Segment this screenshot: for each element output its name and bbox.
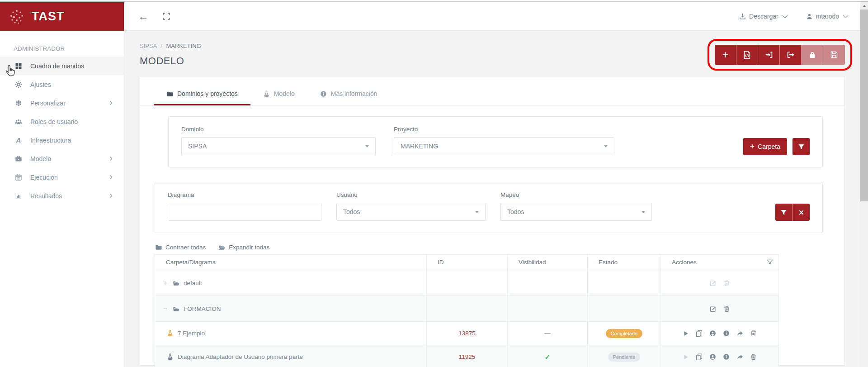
diagram-table: Carpeta/Diagrama ID Visibilidad Estado A… xyxy=(155,254,779,367)
col-header-visibilidad[interactable]: Visibilidad xyxy=(508,255,588,270)
folder-open-icon xyxy=(173,305,179,312)
copy-icon[interactable] xyxy=(696,330,703,337)
tab-dominios-y-proyectos[interactable]: Dominios y proyectos xyxy=(154,86,250,105)
table-row: 7 Ejemplo 13875 — Completado xyxy=(155,322,779,345)
diagrama-input[interactable] xyxy=(168,203,321,221)
dominio-label: Dominio xyxy=(181,126,376,133)
dominio-select[interactable]: SIPSA xyxy=(181,137,376,155)
mapeo-select[interactable]: Todos xyxy=(500,203,652,221)
sidebar-item-cuadro-de-mandos[interactable]: Cuadro de mandos xyxy=(0,57,124,75)
sidebar-item-modelo[interactable]: Modelo xyxy=(0,149,124,168)
expand-all-link[interactable]: Expandir todas xyxy=(218,244,269,251)
col-header-acciones[interactable]: Acciones xyxy=(661,255,779,270)
chart-icon xyxy=(15,192,22,200)
sidebar-item-resultados[interactable]: Resultados xyxy=(0,186,124,205)
mapeo-value: Todos xyxy=(507,208,524,215)
window-top-edge xyxy=(0,0,868,2)
diagram-name[interactable]: Diagrama Adaptador de Usuario primera pa… xyxy=(178,353,303,360)
funnel-icon xyxy=(780,209,787,216)
tab-m-s-informaci-n[interactable]: Más información xyxy=(307,86,390,105)
status-badge: Completado xyxy=(606,329,642,338)
play-icon[interactable] xyxy=(683,330,689,337)
add-carpeta-button[interactable]: + Carpeta xyxy=(743,138,787,155)
vertical-scrollbar[interactable] xyxy=(860,2,868,367)
sidebar-item-roles-de-usuario[interactable]: Roles de usuario xyxy=(0,112,124,131)
scrollbar-up-button[interactable] xyxy=(860,2,868,10)
tab-label: Dominios y proyectos xyxy=(177,90,238,97)
gear-icon xyxy=(15,81,22,88)
chevron-right-icon xyxy=(108,156,114,162)
share-icon[interactable] xyxy=(736,353,743,360)
tab-modelo[interactable]: Modelo xyxy=(250,86,307,105)
chevron-right-icon xyxy=(108,174,114,180)
folder-toggle[interactable]: + xyxy=(163,279,169,286)
project-filter-button[interactable] xyxy=(793,138,810,155)
page-content: SIPSA / MARKETING MODELO + Dominios y pr… xyxy=(124,31,860,367)
copy-icon[interactable] xyxy=(696,353,703,360)
file-code-button[interactable] xyxy=(736,45,758,65)
user-circle-icon[interactable] xyxy=(709,353,716,360)
visibility-dash: — xyxy=(544,330,551,337)
user-icon xyxy=(806,13,813,20)
main-card: Dominios y proyectosModeloMás informació… xyxy=(140,76,845,366)
apply-filter-button[interactable] xyxy=(775,204,793,221)
proyecto-label: Proyecto xyxy=(394,126,614,133)
user-menu[interactable]: mtarodo xyxy=(806,13,847,20)
diagram-name[interactable]: 7 Ejemplo xyxy=(178,330,205,337)
user-circle-icon[interactable] xyxy=(709,330,716,337)
brand-title: TAST xyxy=(32,10,65,24)
edit-icon[interactable] xyxy=(710,305,717,312)
folder-toggle[interactable]: − xyxy=(163,305,169,312)
export-button[interactable] xyxy=(780,45,802,65)
usuario-select[interactable]: Todos xyxy=(336,203,486,221)
sidebar-item-ejecuci-n[interactable]: Ejecución xyxy=(0,168,124,186)
column-filter-icon[interactable] xyxy=(767,259,773,265)
sidebar-brand[interactable]: TAST xyxy=(0,2,124,31)
share-icon[interactable] xyxy=(736,330,743,337)
topbar: ← Descargar xyxy=(124,2,860,31)
up-arrow-icon xyxy=(863,5,866,7)
dominio-value: SIPSA xyxy=(188,143,207,150)
visibility-check: ✓ xyxy=(545,353,551,361)
folder-name[interactable]: default xyxy=(184,280,202,286)
main-area: ← Descargar xyxy=(124,2,860,367)
trash-icon[interactable] xyxy=(750,353,757,360)
sidebar-item-label: Personalizar xyxy=(30,100,66,107)
mapeo-label: Mapeo xyxy=(500,191,652,198)
sidebar-item-infraestructura[interactable]: AInfraestructura xyxy=(0,131,124,149)
fullscreen-icon[interactable] xyxy=(162,12,170,20)
breadcrumb-current: MARKETING xyxy=(166,43,201,49)
breadcrumb-root[interactable]: SIPSA xyxy=(140,43,157,49)
clear-filter-button[interactable] xyxy=(793,204,810,221)
diagram-id: 11925 xyxy=(459,353,476,360)
col-header-id[interactable]: ID xyxy=(427,255,508,270)
sidebar-item-ajustes[interactable]: Ajustes xyxy=(0,75,124,94)
add-button[interactable]: + xyxy=(715,45,736,65)
tab-bar: Dominios y proyectosModeloMás informació… xyxy=(140,76,844,105)
sidebar-section-label: ADMINISTRADOR xyxy=(0,31,124,57)
download-menu[interactable]: Descargar xyxy=(739,13,786,20)
info-icon[interactable] xyxy=(723,353,730,360)
flask-icon xyxy=(167,330,174,337)
flask-icon xyxy=(167,353,174,360)
collapse-all-link[interactable]: Contraer todas xyxy=(155,244,206,251)
back-button[interactable]: ← xyxy=(138,11,149,22)
proyecto-select[interactable]: MARKETING xyxy=(394,137,614,155)
lock-icon xyxy=(808,51,816,59)
save-icon xyxy=(830,51,838,59)
col-header-carpeta-diagrama[interactable]: Carpeta/Diagrama xyxy=(155,255,427,270)
sidebar-item-personalizar[interactable]: Personalizar xyxy=(0,94,124,112)
info-icon[interactable] xyxy=(723,330,730,337)
folder-name[interactable]: FORMACION xyxy=(184,305,221,312)
signout-icon xyxy=(787,51,795,59)
diagrama-label: Diagrama xyxy=(168,191,321,198)
import-button[interactable] xyxy=(758,45,780,65)
col-header-estado[interactable]: Estado xyxy=(588,255,661,270)
proyecto-value: MARKETING xyxy=(401,143,438,150)
trash-icon[interactable] xyxy=(750,330,757,337)
download-icon xyxy=(739,13,746,20)
tree-controls: Contraer todas Expandir todas xyxy=(155,244,844,251)
scrollbar-thumb[interactable] xyxy=(860,10,868,201)
trash-icon[interactable] xyxy=(723,305,730,312)
usuario-label: Usuario xyxy=(336,191,486,198)
